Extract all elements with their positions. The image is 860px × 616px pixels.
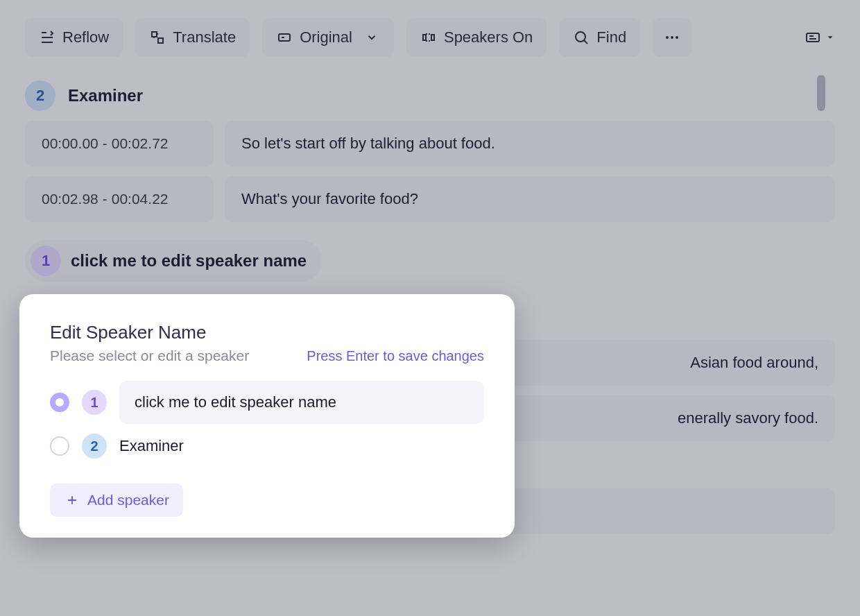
radio-unselected[interactable] bbox=[50, 436, 69, 456]
add-speaker-button[interactable]: Add speaker bbox=[50, 484, 183, 517]
speaker-option-badge: 1 bbox=[82, 390, 107, 415]
popover-title: Edit Speaker Name bbox=[50, 322, 484, 343]
speaker-option-label: Examiner bbox=[119, 437, 184, 455]
popover-subtitle: Please select or edit a speaker bbox=[50, 348, 249, 364]
speaker-option[interactable]: 1 bbox=[50, 381, 484, 424]
edit-speaker-popover: Edit Speaker Name Please select or edit … bbox=[19, 294, 515, 538]
plus-icon bbox=[64, 492, 80, 508]
radio-selected[interactable] bbox=[50, 393, 69, 412]
speaker-option[interactable]: 2 Examiner bbox=[50, 434, 484, 459]
popover-hint: Press Enter to save changes bbox=[307, 348, 484, 364]
popover-subheader: Please select or edit a speaker Press En… bbox=[50, 348, 484, 364]
app-root: Reflow Translate Original Speakers On bbox=[0, 0, 860, 616]
speaker-name-input[interactable] bbox=[119, 381, 484, 424]
speaker-option-badge: 2 bbox=[82, 434, 107, 459]
add-speaker-label: Add speaker bbox=[87, 492, 169, 508]
